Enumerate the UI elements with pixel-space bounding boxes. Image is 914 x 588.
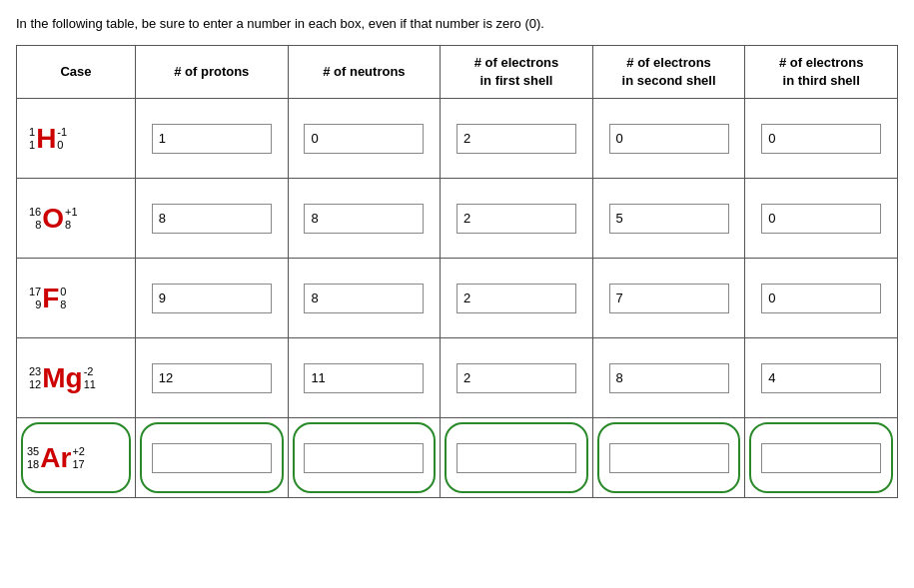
element-wrapper: 3518Ar+217 (27, 444, 85, 472)
cell-protons-input (136, 99, 289, 179)
mass-number: 23 (29, 365, 41, 378)
cell-neutrons-input (288, 418, 441, 498)
header-row: Case # of protons # of neutrons # of ele… (17, 46, 898, 99)
cell-electrons-first-input (441, 99, 593, 179)
cell-protons-input (136, 259, 289, 338)
header-case: Case (17, 46, 136, 99)
electrons-third-input[interactable] (761, 443, 881, 473)
atomic-number: 8 (35, 219, 41, 232)
header-neutrons: # of neutrons (288, 46, 441, 99)
charge: +1 (65, 206, 78, 219)
electrons-third-input[interactable] (761, 124, 881, 154)
subscript-right: 0 (57, 139, 63, 152)
electrons-second-input[interactable] (609, 443, 729, 473)
electrons-third-input[interactable] (761, 284, 881, 313)
electrons-first-input[interactable] (457, 284, 576, 313)
cell-protons-input (136, 418, 289, 498)
element-symbol: Ar (40, 444, 71, 472)
charge: -1 (57, 126, 67, 139)
mass-number: 16 (29, 206, 41, 219)
element-wrapper: 168O+18 (29, 205, 78, 233)
charge: -2 (84, 365, 94, 378)
element-wrapper: 2312Mg-211 (29, 364, 96, 392)
cell-electrons-first-input (441, 338, 593, 418)
atomic-number: 12 (29, 378, 41, 391)
cell-electrons-third-input (745, 259, 898, 338)
table-row-3: 2312Mg-211 (17, 338, 898, 418)
element-symbol: F (42, 285, 59, 312)
element-symbol: H (36, 125, 56, 153)
intro-text: In the following table, be sure to enter… (16, 16, 898, 31)
protons-input[interactable] (152, 363, 272, 393)
atomic-number: 18 (27, 458, 39, 471)
electrons-third-input[interactable] (761, 363, 881, 393)
charge: +2 (72, 445, 85, 458)
table-row-4: 3518Ar+217 (17, 418, 898, 498)
electron-table: Case # of protons # of neutrons # of ele… (16, 45, 898, 498)
protons-input[interactable] (152, 443, 272, 473)
header-electrons-third: # of electronsin third shell (745, 46, 898, 99)
cell-electrons-third-input (745, 418, 898, 498)
electrons-second-input[interactable] (609, 204, 729, 234)
electrons-second-input[interactable] (609, 284, 729, 313)
table-row-0: 11H-10 (17, 99, 898, 179)
header-electrons-second: # of electronsin second shell (592, 46, 745, 99)
element-symbol: O (42, 205, 64, 233)
electrons-first-input[interactable] (457, 443, 576, 473)
mass-number: 1 (29, 126, 35, 139)
electrons-second-input[interactable] (609, 363, 729, 393)
neutrons-input[interactable] (304, 204, 424, 234)
cell-neutrons-input (288, 338, 441, 418)
element-case-cell: 11H-10 (17, 99, 136, 179)
element-wrapper: 179F08 (29, 285, 66, 312)
cell-protons-input (136, 338, 289, 418)
atomic-number: 1 (29, 139, 35, 152)
neutrons-input[interactable] (304, 363, 424, 393)
electrons-third-input[interactable] (761, 204, 881, 234)
protons-input[interactable] (152, 124, 272, 154)
subscript-right: 11 (84, 378, 96, 391)
cell-electrons-second-input (592, 179, 745, 259)
protons-input[interactable] (152, 284, 272, 313)
header-electrons-first: # of electronsin first shell (441, 46, 593, 99)
table-row-1: 168O+18 (17, 179, 898, 259)
protons-input[interactable] (152, 204, 272, 234)
cell-neutrons-input (288, 99, 441, 179)
mass-number: 17 (29, 286, 41, 298)
neutrons-input[interactable] (304, 443, 424, 473)
cell-electrons-first-input (441, 418, 593, 498)
neutrons-input[interactable] (304, 124, 424, 154)
cell-electrons-third-input (745, 338, 898, 418)
subscript-right: 17 (72, 458, 84, 471)
table-row-2: 179F08 (17, 259, 898, 338)
cell-neutrons-input (288, 179, 441, 259)
subscript-right: 8 (60, 298, 66, 311)
subscript-right: 8 (65, 219, 71, 232)
electrons-first-input[interactable] (457, 204, 576, 234)
charge: 0 (60, 286, 66, 298)
cell-electrons-first-input (441, 259, 593, 338)
cell-electrons-third-input (745, 179, 898, 259)
cell-electrons-second-input (592, 259, 745, 338)
cell-electrons-first-input (441, 179, 593, 259)
element-case-cell: 168O+18 (17, 179, 136, 259)
header-protons: # of protons (136, 46, 289, 99)
cell-electrons-second-input (592, 418, 745, 498)
cell-electrons-second-input (592, 338, 745, 418)
mass-number: 35 (27, 445, 39, 458)
cell-protons-input (136, 179, 289, 259)
element-wrapper: 11H-10 (29, 125, 67, 153)
element-case-cell: 179F08 (17, 259, 136, 338)
element-symbol: Mg (42, 364, 82, 392)
atomic-number: 9 (35, 298, 41, 311)
cell-electrons-third-input (745, 99, 898, 179)
cell-electrons-second-input (592, 99, 745, 179)
element-case-cell: 2312Mg-211 (17, 338, 136, 418)
element-case-cell: 3518Ar+217 (17, 418, 136, 498)
electrons-first-input[interactable] (457, 363, 576, 393)
electrons-second-input[interactable] (609, 124, 729, 154)
neutrons-input[interactable] (304, 284, 424, 313)
electrons-first-input[interactable] (457, 124, 576, 154)
cell-neutrons-input (288, 259, 441, 338)
